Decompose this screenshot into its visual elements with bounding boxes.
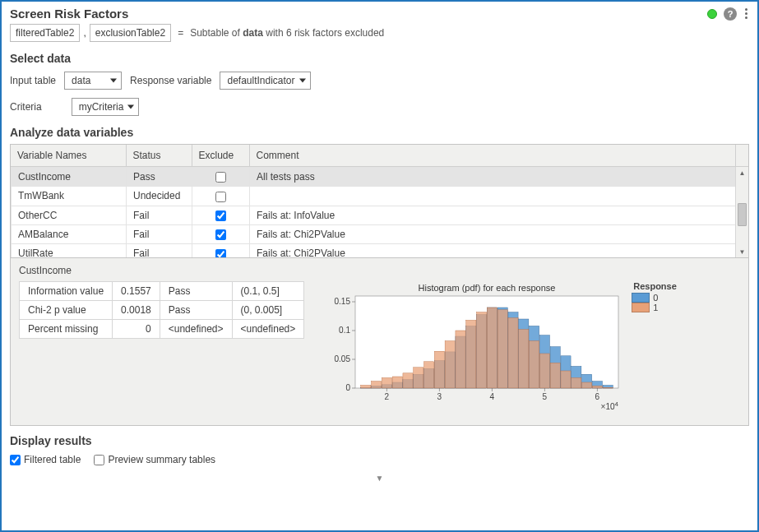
svg-rect-38 xyxy=(445,341,455,388)
detail-row: Percent missing0<undefined><undefined> xyxy=(20,320,304,339)
cell-variable: UtilRate xyxy=(12,244,127,257)
detail-cell-value: 0 xyxy=(113,320,160,339)
output-var-1[interactable]: filteredTable2 xyxy=(10,24,80,42)
svg-rect-34 xyxy=(424,362,434,388)
criteria-select[interactable]: myCriteria xyxy=(72,98,140,116)
col-variable-names[interactable]: Variable Names xyxy=(11,145,126,167)
select-data-row1: Input table data Response variable defau… xyxy=(2,70,757,96)
svg-rect-44 xyxy=(477,312,487,388)
response-variable-select[interactable]: defaultIndicator xyxy=(220,72,310,90)
svg-rect-58 xyxy=(550,363,560,388)
col-exclude[interactable]: Exclude xyxy=(192,145,249,167)
svg-rect-62 xyxy=(572,377,581,388)
filtered-table-label: Filtered table xyxy=(24,454,81,465)
svg-rect-30 xyxy=(403,373,413,388)
filtered-table-checkbox[interactable]: Filtered table xyxy=(10,454,81,465)
comma: , xyxy=(83,27,86,39)
exclude-checkbox[interactable] xyxy=(215,210,226,221)
detail-cell-metric: Chi-2 p value xyxy=(20,301,113,320)
detail-cell-value: 0.0018 xyxy=(113,301,160,320)
analyze-box: Variable Names Status Exclude Comment Cu… xyxy=(10,144,749,426)
svg-text:2: 2 xyxy=(385,392,390,401)
analyze-heading: Analyze data variables xyxy=(2,123,757,144)
svg-rect-42 xyxy=(466,320,476,388)
help-icon[interactable]: ? xyxy=(724,7,737,21)
panel-header: Screen Risk Factors ? xyxy=(2,2,757,22)
detail-variable-name: CustIncome xyxy=(19,265,740,276)
cell-exclude xyxy=(192,224,250,243)
detail-cell-range: (0, 0.005] xyxy=(232,301,304,320)
cell-status: Pass xyxy=(127,168,192,187)
svg-rect-68 xyxy=(603,387,613,388)
col-comment[interactable]: Comment xyxy=(249,145,735,167)
more-menu-icon[interactable] xyxy=(743,7,749,21)
table-row[interactable]: OtherCCFailFails at: InfoValue xyxy=(12,206,748,224)
outputs-row: filteredTable2 , exclusionTable2 = Subta… xyxy=(2,22,757,49)
input-table-value: data xyxy=(72,75,90,86)
variables-grid-body[interactable]: CustIncomePassAll tests passTmWBankUndec… xyxy=(11,167,748,257)
expand-collapse-icon[interactable]: ▼ xyxy=(2,474,757,485)
cell-status: Fail xyxy=(127,244,192,257)
select-data-row2: Criteria myCriteria xyxy=(2,96,757,123)
svg-rect-60 xyxy=(561,371,571,388)
histogram-area: Histogram (pdf) for each response00.050.… xyxy=(319,281,740,415)
input-table-label: Input table xyxy=(10,75,56,86)
table-row[interactable]: UtilRateFailFails at: Chi2PValue xyxy=(12,244,748,257)
cell-status: Undecided xyxy=(127,187,192,206)
table-row[interactable]: CustIncomePassAll tests pass xyxy=(12,168,748,187)
exclude-checkbox[interactable] xyxy=(215,249,226,257)
cell-variable: AMBalance xyxy=(12,224,127,243)
svg-rect-28 xyxy=(392,377,402,388)
select-data-heading: Select data xyxy=(2,49,757,70)
detail-cell-metric: Information value xyxy=(20,282,113,301)
grid-scrollbar[interactable]: ▲ ▼ xyxy=(735,167,748,257)
preview-summary-input[interactable] xyxy=(94,455,104,465)
col-scroll-spacer xyxy=(735,145,748,167)
cell-exclude xyxy=(192,187,250,206)
detail-cell-metric: Percent missing xyxy=(20,320,113,339)
filtered-table-input[interactable] xyxy=(10,455,21,465)
detail-metrics-table: Information value0.1557Pass(0.1, 0.5]Chi… xyxy=(19,281,304,339)
cell-exclude xyxy=(192,206,250,224)
desc-bold: data xyxy=(243,27,263,39)
screen-risk-factors-panel: Screen Risk Factors ? filteredTable2 , e… xyxy=(0,0,759,532)
equals-sign: = xyxy=(178,27,183,39)
cell-status: Fail xyxy=(127,224,192,243)
detail-cell-range: <undefined> xyxy=(232,320,304,339)
svg-rect-52 xyxy=(519,330,529,388)
detail-cell-status: Pass xyxy=(160,282,232,301)
variables-grid: Variable Names Status Exclude Comment Cu… xyxy=(11,145,748,257)
svg-text:3: 3 xyxy=(437,392,442,401)
table-row[interactable]: AMBalanceFailFails at: Chi2PValue xyxy=(12,224,748,243)
scroll-thumb[interactable] xyxy=(738,203,747,226)
table-row[interactable]: TmWBankUndecided xyxy=(12,187,748,206)
scroll-track[interactable] xyxy=(736,178,748,246)
legend-item: 1 xyxy=(632,303,677,312)
svg-text:4: 4 xyxy=(490,392,495,401)
output-var-2[interactable]: exclusionTable2 xyxy=(90,24,171,42)
legend-label: 1 xyxy=(653,303,658,312)
exclude-checkbox[interactable] xyxy=(215,192,226,202)
cell-comment: Fails at: Chi2PValue xyxy=(250,224,748,243)
scroll-up-icon[interactable]: ▲ xyxy=(736,167,748,178)
detail-row: Chi-2 p value0.0018Pass(0, 0.005] xyxy=(20,301,304,320)
variable-detail-box: CustIncome Information value0.1557Pass(0… xyxy=(11,257,748,425)
svg-text:0: 0 xyxy=(346,383,351,392)
col-status[interactable]: Status xyxy=(126,145,192,167)
detail-cell-status: Pass xyxy=(160,301,232,320)
panel-title: Screen Risk Factors xyxy=(10,7,128,21)
svg-rect-22 xyxy=(361,386,371,389)
input-table-select[interactable]: data xyxy=(64,72,122,90)
exclude-checkbox[interactable] xyxy=(215,229,226,240)
histogram-chart: Histogram (pdf) for each response00.050.… xyxy=(319,281,623,415)
display-results-heading: Display results xyxy=(2,429,757,451)
variables-grid-header: Variable Names Status Exclude Comment xyxy=(11,145,748,167)
cell-comment: All tests pass xyxy=(250,168,748,187)
svg-text:0.1: 0.1 xyxy=(339,326,350,335)
preview-summary-checkbox[interactable]: Preview summary tables xyxy=(94,454,215,465)
exclude-checkbox[interactable] xyxy=(215,172,226,183)
cell-comment: Fails at: Chi2PValue xyxy=(250,244,748,257)
scroll-down-icon[interactable]: ▼ xyxy=(736,246,748,257)
detail-cell-range: (0.1, 0.5] xyxy=(232,282,304,301)
cell-variable: TmWBank xyxy=(12,187,127,206)
